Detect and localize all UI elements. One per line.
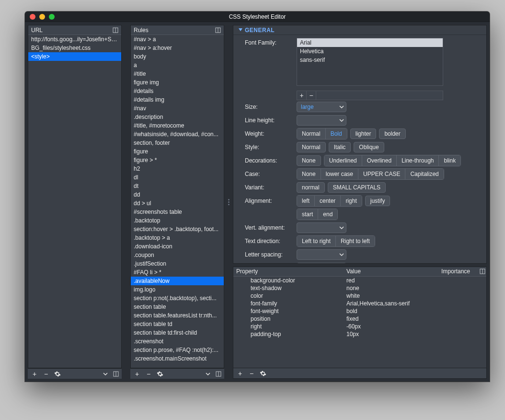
rule-list-item[interactable]: #details img bbox=[131, 95, 224, 104]
general-section-header[interactable]: GENERAL bbox=[233, 25, 486, 35]
style-normal[interactable]: Normal bbox=[297, 142, 326, 152]
align-left[interactable]: left bbox=[297, 196, 315, 206]
rules-list[interactable]: #nav > a#nav > a:hoverbodya#titlefigure … bbox=[131, 35, 224, 368]
columns-config-icon[interactable] bbox=[214, 26, 222, 34]
rule-list-item[interactable]: #details bbox=[131, 87, 224, 95]
url-list-item[interactable]: <style> bbox=[28, 52, 121, 61]
font-family-option[interactable]: sans-serif bbox=[297, 56, 443, 64]
rule-list-item[interactable]: .download-icon bbox=[131, 242, 224, 251]
rule-list-item[interactable]: body bbox=[131, 52, 224, 61]
property-row[interactable]: text-shadownone bbox=[233, 284, 486, 292]
rule-list-item[interactable]: #FAQ li > * bbox=[131, 268, 224, 277]
rule-list-item[interactable]: figure > * bbox=[131, 156, 224, 164]
textdir-ltr[interactable]: Left to right bbox=[297, 236, 336, 246]
property-row[interactable]: positionfixed bbox=[233, 315, 486, 323]
rule-list-item[interactable]: #whatsinside, #download, #con... bbox=[131, 130, 224, 139]
weight-lighter[interactable]: lighter bbox=[350, 128, 377, 139]
dropdown-caret-icon[interactable] bbox=[203, 370, 213, 378]
case-cap[interactable]: Capitalized bbox=[405, 169, 443, 179]
rule-list-item[interactable]: section, footer bbox=[131, 139, 224, 147]
align-group[interactable]: left center right bbox=[297, 195, 362, 207]
rule-list-item[interactable]: .backtotop > a bbox=[131, 233, 224, 242]
word-spacing-select[interactable] bbox=[297, 263, 346, 263]
rule-list-item[interactable]: #title, #moretocome bbox=[131, 121, 224, 130]
rule-list-item[interactable]: #title bbox=[131, 70, 224, 78]
url-list[interactable]: http://fonts.goog...ily=Josefin+SansBG_f… bbox=[28, 35, 121, 368]
remove-property-button[interactable]: − bbox=[247, 369, 256, 378]
property-row[interactable]: colorwhite bbox=[233, 292, 486, 300]
variant-normal[interactable]: normal bbox=[297, 182, 325, 193]
add-stylesheet-button[interactable]: + bbox=[30, 370, 39, 378]
weight-normal[interactable]: Normal bbox=[297, 128, 326, 139]
rule-list-item[interactable]: section table td:first-child bbox=[131, 328, 224, 337]
rule-list-item[interactable]: h2 bbox=[131, 164, 224, 173]
rule-list-item[interactable]: #nav > a:hover bbox=[131, 44, 224, 52]
decor-overlined[interactable]: Overlined bbox=[362, 155, 397, 166]
case-group[interactable]: None lower case UPPER CASE Capitalized bbox=[297, 168, 444, 180]
property-row[interactable]: right-60px bbox=[233, 323, 486, 330]
decor-none[interactable]: None bbox=[297, 155, 321, 166]
align-end[interactable]: end bbox=[318, 209, 337, 220]
url-list-item[interactable]: BG_files/stylesheet.css bbox=[28, 44, 121, 52]
property-row[interactable]: font-weightbold bbox=[233, 307, 486, 315]
case-none[interactable]: None bbox=[297, 169, 321, 179]
align-justify[interactable]: justify bbox=[365, 196, 390, 206]
line-height-select[interactable] bbox=[297, 115, 346, 126]
textdir-group[interactable]: Left to right Right to left bbox=[297, 235, 375, 247]
add-property-button[interactable]: + bbox=[235, 369, 245, 378]
rule-list-item[interactable]: section table td bbox=[131, 320, 224, 328]
add-font-button[interactable]: + bbox=[297, 91, 307, 100]
case-lower[interactable]: lower case bbox=[321, 169, 358, 179]
columns-config-icon[interactable] bbox=[215, 370, 222, 378]
columns-config-icon[interactable] bbox=[479, 268, 486, 275]
font-family-listbox[interactable]: ArialHelveticasans-serif bbox=[297, 38, 443, 86]
rule-list-item[interactable]: dl bbox=[131, 173, 224, 182]
dropdown-caret-icon[interactable] bbox=[101, 370, 110, 378]
size-select[interactable]: large bbox=[297, 102, 346, 112]
decor-group[interactable]: Underlined Overlined Line-through blink bbox=[324, 155, 461, 166]
align-right[interactable]: right bbox=[341, 196, 361, 206]
columns-config-icon[interactable] bbox=[112, 370, 120, 378]
align-center[interactable]: center bbox=[315, 196, 341, 206]
rule-list-item[interactable]: dd bbox=[131, 190, 224, 199]
align-start[interactable]: start bbox=[297, 209, 318, 220]
style-italic[interactable]: Italic bbox=[329, 142, 351, 152]
properties-settings-button[interactable] bbox=[258, 369, 268, 378]
rule-list-item[interactable]: #nav > a bbox=[131, 35, 224, 44]
stylesheet-settings-button[interactable] bbox=[53, 370, 62, 378]
rule-list-item[interactable]: .availableNow bbox=[131, 277, 224, 285]
case-upper[interactable]: UPPER CASE bbox=[358, 169, 405, 179]
rule-list-item[interactable]: figure bbox=[131, 147, 224, 156]
rule-list-item[interactable]: #nav bbox=[131, 104, 224, 113]
rule-list-item[interactable]: dd > ul bbox=[131, 199, 224, 208]
rule-list-item[interactable]: #screenshots table bbox=[131, 208, 224, 216]
vert-align-select[interactable] bbox=[297, 222, 346, 233]
rules-settings-button[interactable] bbox=[155, 370, 165, 378]
decor-blink[interactable]: blink bbox=[439, 155, 460, 166]
decor-linethrough[interactable]: Line-through bbox=[397, 155, 439, 166]
rule-list-item[interactable]: section table.featuresList tr:nth... bbox=[131, 311, 224, 320]
add-rule-button[interactable]: + bbox=[132, 370, 142, 378]
remove-rule-button[interactable]: − bbox=[144, 370, 153, 378]
variant-smallcaps[interactable]: SMALL CAPITALS bbox=[328, 182, 386, 193]
remove-stylesheet-button[interactable]: − bbox=[41, 370, 51, 378]
rule-list-item[interactable]: .coupon bbox=[131, 251, 224, 259]
font-family-option[interactable]: Arial bbox=[297, 38, 443, 47]
rule-list-item[interactable]: section p.prose, #FAQ :not(h2):... bbox=[131, 346, 224, 354]
align-group-2[interactable]: start end bbox=[297, 209, 338, 220]
rule-list-item[interactable]: figure img bbox=[131, 78, 224, 87]
rule-list-item[interactable]: dt bbox=[131, 182, 224, 190]
columns-config-icon[interactable] bbox=[112, 26, 119, 34]
font-family-option[interactable]: Helvetica bbox=[297, 47, 443, 56]
letter-spacing-select[interactable] bbox=[297, 249, 346, 260]
remove-font-button[interactable]: − bbox=[307, 91, 316, 100]
style-oblique[interactable]: Oblique bbox=[354, 142, 384, 152]
property-row[interactable]: font-familyArial,Helvetica,sans-serif bbox=[233, 300, 486, 307]
rule-list-item[interactable]: a bbox=[131, 61, 224, 70]
rule-list-item[interactable]: .backtotop bbox=[131, 216, 224, 225]
column-resize-handle[interactable] bbox=[227, 25, 230, 379]
weight-bold[interactable]: Bold bbox=[326, 128, 347, 139]
weight-bolder[interactable]: bolder bbox=[379, 128, 405, 139]
textdir-rtl[interactable]: Right to left bbox=[336, 236, 375, 246]
column-resize-handle[interactable] bbox=[125, 25, 127, 379]
